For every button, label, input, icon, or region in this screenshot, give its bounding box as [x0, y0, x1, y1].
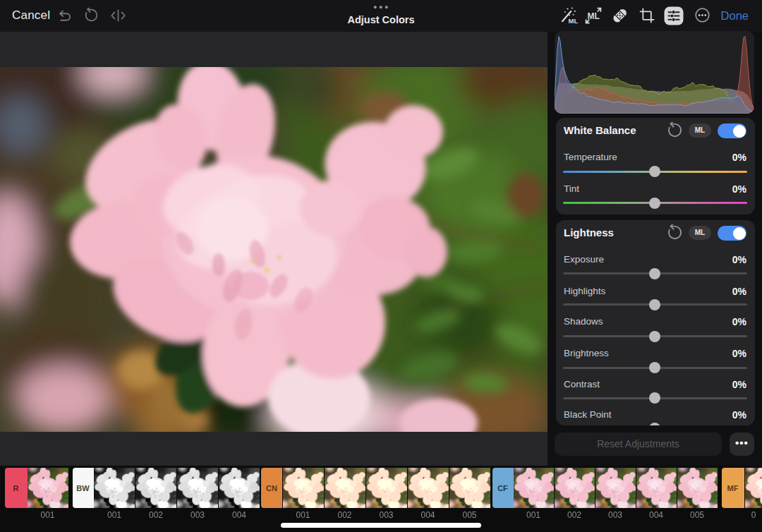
svg-text:ML: ML	[569, 17, 579, 25]
svg-text:ML: ML	[588, 11, 600, 21]
